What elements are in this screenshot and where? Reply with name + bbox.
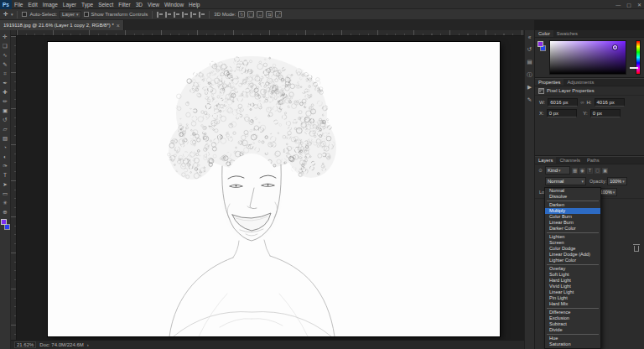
tab-layers[interactable]: Layers: [535, 157, 556, 164]
menu-item-lighten[interactable]: Lighten: [545, 234, 600, 240]
ruler-origin[interactable]: [11, 30, 17, 36]
tab-channels[interactable]: Channels: [556, 157, 584, 164]
filter-pick-icon[interactable]: ⊙: [538, 168, 543, 174]
history-brush-tool[interactable]: ↺: [1, 115, 10, 124]
menu-image[interactable]: Image: [40, 2, 60, 8]
3d-drag-icon[interactable]: ↔: [257, 11, 263, 18]
3d-rotate-icon[interactable]: ↻: [238, 11, 245, 18]
path-selection-tool[interactable]: ➤: [1, 180, 10, 189]
menu-file[interactable]: File: [12, 2, 25, 8]
filter-pixel-layers-icon[interactable]: ▦: [572, 168, 578, 174]
type-tool[interactable]: T: [1, 170, 10, 180]
marquee-tool[interactable]: ❏: [1, 41, 10, 50]
menu-item-divide[interactable]: Divide: [545, 327, 600, 333]
brush-tool[interactable]: ✏: [1, 96, 10, 106]
actions-panel-icon[interactable]: ▶: [526, 83, 534, 91]
menu-item-saturation[interactable]: Saturation: [545, 341, 600, 347]
x-field[interactable]: 0 px: [547, 109, 577, 117]
menu-item-color-burn[interactable]: Color Burn: [545, 214, 600, 220]
background-color-swatch[interactable]: [4, 224, 10, 230]
menu-item-hue[interactable]: Hue: [545, 336, 600, 341]
move-tool[interactable]: ✛: [1, 32, 10, 41]
filter-shape-layers-icon[interactable]: ◻: [595, 168, 600, 174]
align-right-icon[interactable]: [174, 12, 179, 18]
document-tab[interactable]: 1919118.jpg @ 21.6% (Layer 1 copy 2, RGB…: [0, 20, 124, 30]
vertical-ruler[interactable]: [11, 36, 17, 340]
align-middle-icon[interactable]: [190, 12, 196, 18]
eyedropper-tool[interactable]: ✒: [1, 78, 10, 87]
maximize-button[interactable]: ▢: [626, 2, 631, 8]
lasso-tool[interactable]: ∿: [1, 50, 10, 60]
menu-item-hard-mix[interactable]: Hard Mix: [545, 301, 600, 307]
menu-item-pin-light[interactable]: Pin Light: [545, 295, 600, 301]
menu-view[interactable]: View: [145, 2, 162, 8]
menu-item-subtract[interactable]: Subtract: [545, 321, 600, 327]
filter-adjustment-layers-icon[interactable]: ◉: [579, 168, 585, 174]
menu-type[interactable]: Type: [79, 2, 96, 8]
height-field[interactable]: 4016 px: [595, 98, 625, 107]
zoom-tool[interactable]: ⊕: [1, 207, 10, 216]
menu-item-exclusion[interactable]: Exclusion: [545, 315, 600, 321]
tab-color[interactable]: Color: [535, 30, 553, 37]
panel-foreground-swatch[interactable]: [538, 41, 543, 47]
foreground-color-swatch[interactable]: [1, 219, 7, 225]
zoom-level-field[interactable]: 21.62%: [14, 341, 36, 348]
hand-tool[interactable]: ✳: [1, 198, 10, 207]
tab-paths[interactable]: Paths: [584, 157, 603, 164]
filter-type-layers-icon[interactable]: T: [587, 168, 593, 174]
color-picker-cursor[interactable]: [613, 45, 617, 49]
menu-item-darker-color[interactable]: Darker Color: [545, 226, 600, 232]
document-canvas[interactable]: [48, 42, 500, 336]
blend-mode-dropdown[interactable]: Normal ▾: [545, 177, 586, 185]
menu-layer[interactable]: Layer: [60, 2, 79, 8]
show-transform-checkbox[interactable]: [84, 12, 89, 17]
horizontal-ruler[interactable]: [17, 30, 524, 36]
link-dimensions-icon[interactable]: ∞: [580, 100, 584, 105]
gradient-tool[interactable]: ▨: [1, 133, 10, 143]
info-panel-icon[interactable]: ⓘ: [526, 70, 534, 79]
menu-item-color-dodge[interactable]: Color Dodge: [545, 246, 600, 252]
trash-icon[interactable]: [634, 246, 639, 252]
menu-3d[interactable]: 3D: [133, 2, 145, 8]
shape-tool[interactable]: ▭: [1, 189, 10, 198]
menu-item-linear-dodge[interactable]: Linear Dodge (Add): [545, 252, 600, 258]
eraser-tool[interactable]: ▱: [1, 124, 10, 133]
menu-window[interactable]: Window: [162, 2, 186, 8]
auto-select-target-dropdown[interactable]: Layer ▾: [60, 11, 81, 18]
align-left-icon[interactable]: [157, 12, 163, 18]
brush-settings-panel-icon[interactable]: ✎: [526, 96, 534, 104]
blur-tool[interactable]: ◔: [1, 143, 10, 152]
menu-item-overlay[interactable]: Overlay: [545, 266, 600, 272]
tool-preset-caret-icon[interactable]: ▾: [11, 12, 13, 17]
menu-help[interactable]: Help: [186, 2, 202, 8]
menu-item-darken[interactable]: Darken: [545, 202, 600, 208]
collapse-panels-icon[interactable]: «: [526, 33, 534, 41]
3d-roll-icon[interactable]: ◯: [247, 11, 254, 18]
minimize-button[interactable]: —: [615, 3, 621, 8]
dodge-tool[interactable]: ◐: [1, 152, 10, 161]
opacity-field[interactable]: 100% ▾: [607, 177, 627, 185]
filter-kind-dropdown[interactable]: Kind ▾: [545, 166, 570, 174]
crop-tool[interactable]: ⌗: [1, 69, 10, 78]
menu-edit[interactable]: Edit: [25, 2, 39, 8]
3d-scale-icon[interactable]: ⤢: [275, 11, 282, 18]
align-bottom-icon[interactable]: [199, 12, 205, 18]
menu-item-screen[interactable]: Screen: [545, 240, 600, 246]
quick-selection-tool[interactable]: ✎: [1, 60, 10, 69]
tab-adjustments[interactable]: Adjustments: [564, 79, 597, 86]
close-tab-icon[interactable]: ×: [117, 23, 120, 29]
width-field[interactable]: 6016 px: [548, 98, 578, 107]
close-button[interactable]: ✕: [637, 2, 641, 8]
menu-filter[interactable]: Filter: [116, 2, 132, 8]
auto-select-checkbox[interactable]: [22, 12, 27, 17]
menu-item-linear-burn[interactable]: Linear Burn: [545, 220, 600, 226]
pen-tool[interactable]: ✑: [1, 161, 10, 170]
hue-slider[interactable]: [636, 40, 641, 75]
menu-item-difference[interactable]: Difference: [545, 310, 600, 315]
menu-item-normal[interactable]: Normal: [545, 188, 600, 194]
history-panel-icon[interactable]: ↺: [526, 45, 534, 54]
align-center-icon[interactable]: [165, 12, 171, 18]
filter-smart-objects-icon[interactable]: ▣: [602, 168, 608, 174]
y-field[interactable]: 0 px: [590, 109, 621, 117]
spot-healing-tool[interactable]: ✚: [1, 87, 10, 96]
